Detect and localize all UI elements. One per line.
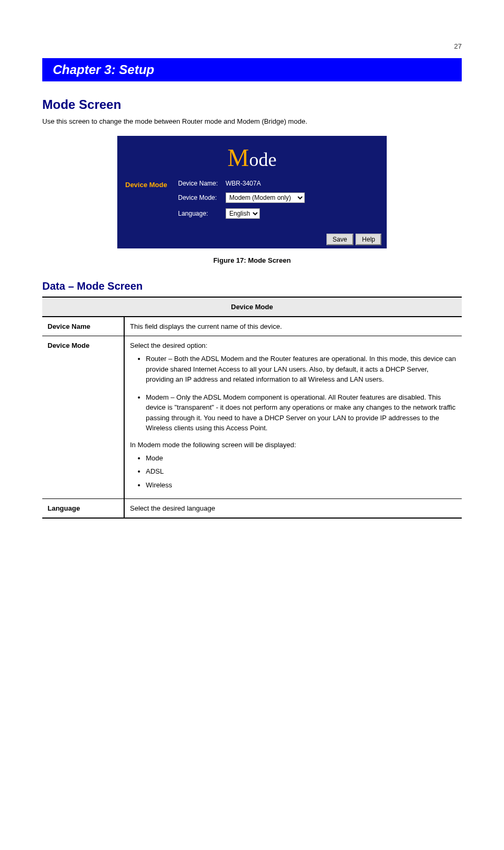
- language-select[interactable]: English: [226, 208, 260, 219]
- list-item: Mode: [146, 453, 456, 464]
- language-label: Language:: [178, 210, 226, 217]
- data-heading: Data – Mode Screen: [42, 280, 462, 292]
- language-row: Language: English: [178, 208, 379, 219]
- device-name-value: WBR-3407A: [226, 180, 261, 187]
- help-button[interactable]: Help: [356, 234, 381, 245]
- page-number: 27: [42, 42, 462, 50]
- save-button[interactable]: Save: [326, 234, 353, 245]
- device-name-label: Device Name:: [178, 180, 226, 187]
- section-intro: Use this screen to change the mode betwe…: [42, 117, 462, 125]
- device-mode-section-label: Device Mode: [125, 180, 178, 224]
- device-mode-select[interactable]: Modem (Modem only): [226, 192, 305, 203]
- list-item: Modem – Only the ADSL Modem component is…: [146, 392, 456, 433]
- table-header: Device Mode: [42, 297, 462, 317]
- cell-text-device-mode: Select the desired option: Router – Both…: [124, 336, 462, 499]
- mode-panel: Mode Device Mode Device Name: WBR-3407A …: [117, 136, 387, 248]
- dm-intro: Select the desired option:: [130, 341, 208, 349]
- cell-label-device-name: Device Name: [42, 317, 124, 336]
- mode-form: Device Name: WBR-3407A Device Mode: Mode…: [178, 180, 379, 224]
- cell-label-device-mode: Device Mode: [42, 336, 124, 499]
- mode-content: Device Mode Device Name: WBR-3407A Devic…: [117, 174, 387, 229]
- data-table: Device Mode Device Name This field displ…: [42, 297, 462, 519]
- dm-bullets: Router – Both the ADSL Modem and the Rou…: [130, 354, 456, 433]
- mode-buttons: Save Help: [117, 229, 387, 248]
- dm-screens: Mode ADSL Wireless: [130, 453, 456, 491]
- table-row: Language Select the desired language: [42, 499, 462, 519]
- dm-subtext: In Modem mode the following screen will …: [130, 441, 456, 449]
- device-name-row: Device Name: WBR-3407A: [178, 180, 379, 187]
- chapter-header: Chapter 3: Setup: [42, 58, 462, 81]
- table-row: Device Mode Select the desired option: R…: [42, 336, 462, 499]
- table-row: Device Name This field displays the curr…: [42, 317, 462, 336]
- section-title: Mode Screen: [42, 97, 462, 112]
- list-item: Wireless: [146, 480, 456, 491]
- cell-text-device-name: This field displays the current name of …: [124, 317, 462, 336]
- mode-panel-title: Mode: [117, 141, 387, 174]
- cell-text-language: Select the desired language: [124, 499, 462, 519]
- device-mode-label: Device Mode:: [178, 194, 226, 201]
- cell-label-language: Language: [42, 499, 124, 519]
- mode-title-rest: ode: [249, 149, 276, 170]
- device-mode-row: Device Mode: Modem (Modem only): [178, 192, 379, 203]
- list-item: ADSL: [146, 466, 456, 477]
- mode-title-prefix: M: [228, 144, 249, 171]
- list-item: Router – Both the ADSL Modem and the Rou…: [146, 354, 456, 385]
- figure-caption: Figure 17: Mode Screen: [42, 256, 462, 264]
